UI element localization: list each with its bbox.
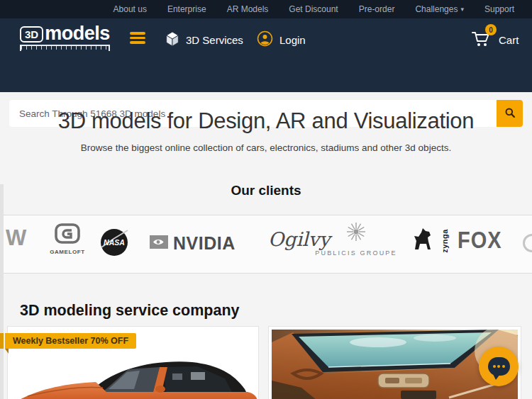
top-utility-bar: About us Enterprise AR Models Get Discou… bbox=[0, 0, 532, 18]
section-heading: 3D modeling service company bbox=[20, 302, 239, 320]
topbar-link-challenges[interactable]: Challenges ▾ bbox=[415, 4, 464, 14]
topbar-link-about[interactable]: About us bbox=[113, 4, 147, 14]
site-logo[interactable]: 3D models bbox=[20, 24, 110, 51]
topbar-link-get-discount[interactable]: Get Discount bbox=[289, 4, 338, 14]
main-header: 3D models 3D Services bbox=[0, 18, 532, 92]
orange-car-image bbox=[13, 359, 258, 399]
nvidia-eye-icon bbox=[149, 232, 169, 254]
nav-3d-services-label: 3D Services bbox=[186, 34, 243, 46]
client-logo-nasa: NASA bbox=[100, 228, 128, 259]
carousel-edge-strip bbox=[0, 184, 4, 399]
publicis-lion-icon bbox=[345, 221, 367, 245]
bestseller-ribbon: Weekly Bestseller 70% OFF bbox=[5, 333, 136, 349]
client-logo-partial-left: W bbox=[6, 225, 25, 251]
chat-button[interactable] bbox=[479, 347, 519, 386]
logo-models-text: models bbox=[45, 24, 110, 43]
chat-bubble-icon bbox=[488, 357, 510, 376]
topbar-link-support[interactable]: Support bbox=[484, 4, 514, 14]
cart-icon: 0 bbox=[471, 30, 492, 50]
login-button[interactable]: Login bbox=[257, 18, 306, 61]
publicis-label: PUBLICIS GROUPE bbox=[315, 249, 397, 257]
gameloft-icon bbox=[55, 223, 80, 247]
zynga-dog-icon bbox=[411, 227, 433, 255]
nasa-label: NASA bbox=[104, 238, 125, 247]
page-title: 3D models for Design, AR and Visualizati… bbox=[0, 108, 532, 134]
client-logo-zynga: zynga bbox=[411, 227, 457, 255]
client-logo-nvidia: NVIDIA bbox=[149, 232, 235, 254]
user-icon bbox=[257, 30, 273, 49]
cube-icon bbox=[165, 31, 179, 49]
client-logo-gameloft: GAMELOFT bbox=[45, 223, 90, 255]
page: About us Enterprise AR Models Get Discou… bbox=[0, 0, 532, 399]
login-label: Login bbox=[279, 34, 306, 46]
clients-heading: Our clients bbox=[0, 183, 532, 198]
client-logo-publicis: PUBLICIS GROUPE bbox=[316, 221, 396, 257]
topbar-link-ar-models[interactable]: AR Models bbox=[227, 4, 269, 14]
nvidia-label: NVIDIA bbox=[173, 232, 235, 254]
cart-label: Cart bbox=[499, 34, 519, 46]
gameloft-label: GAMELOFT bbox=[50, 249, 85, 255]
cart-count-badge: 0 bbox=[485, 24, 497, 35]
logo-text: 3D models bbox=[20, 24, 110, 43]
chevron-down-icon: ▾ bbox=[460, 6, 464, 13]
nav-3d-services[interactable]: 3D Services bbox=[165, 18, 243, 61]
hamburger-menu-icon[interactable] bbox=[130, 32, 145, 44]
topbar-link-enterprise[interactable]: Enterprise bbox=[167, 4, 206, 14]
ruler-icon bbox=[20, 45, 110, 51]
logo-3d-badge: 3D bbox=[20, 26, 43, 43]
page-subtitle: Browse the biggest online collection of … bbox=[0, 142, 532, 153]
cart-button[interactable]: 0 Cart bbox=[471, 18, 519, 61]
topbar-challenges-label: Challenges bbox=[415, 4, 458, 14]
client-logo-fox: FOX bbox=[458, 227, 502, 254]
topbar-link-pre-order[interactable]: Pre-order bbox=[359, 4, 395, 14]
carousel-edge-ribbon-sliver bbox=[0, 333, 4, 349]
zynga-label: zynga bbox=[440, 229, 449, 253]
